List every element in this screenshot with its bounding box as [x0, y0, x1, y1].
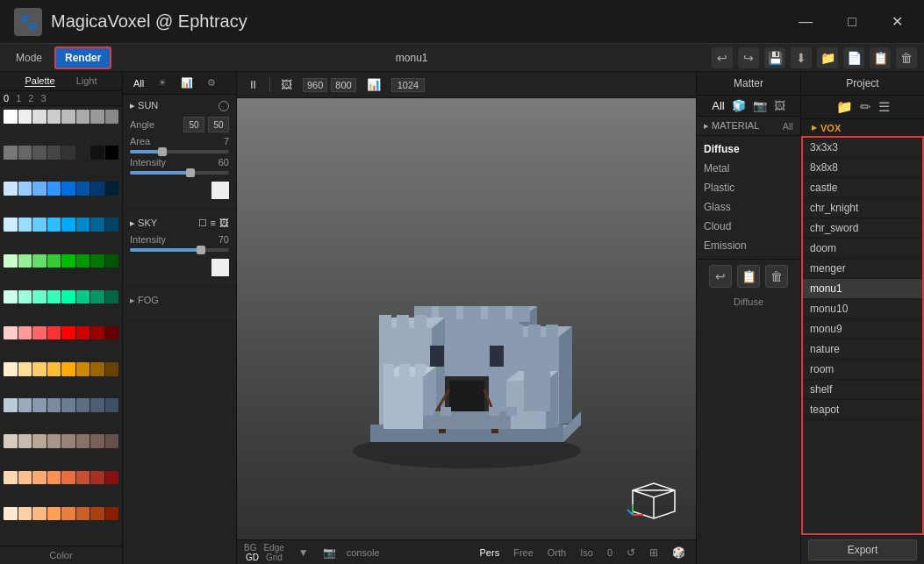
color-cell[interactable]	[18, 218, 32, 232]
color-cell[interactable]	[76, 254, 90, 268]
sky-icon-3[interactable]: 🖼	[219, 218, 229, 229]
color-cell[interactable]	[4, 254, 18, 268]
arrow-down-button[interactable]: ▼	[295, 546, 312, 560]
color-cell[interactable]	[18, 326, 32, 340]
sky-intensity-thumb[interactable]	[197, 246, 205, 254]
matter-delete-button[interactable]: 🗑	[765, 265, 788, 288]
export-toolbar-button[interactable]: ⬇	[791, 47, 812, 68]
color-cell[interactable]	[47, 507, 61, 521]
color-cell[interactable]	[105, 110, 119, 124]
sun-toggle-icon[interactable]	[218, 101, 229, 111]
color-cell[interactable]	[4, 471, 18, 485]
color-cell[interactable]	[76, 507, 90, 521]
gd-label[interactable]: GD	[246, 553, 259, 562]
color-cell[interactable]	[61, 218, 75, 232]
sky-intensity-slider[interactable]	[130, 248, 229, 252]
color-cell[interactable]	[61, 362, 75, 376]
view-free-button[interactable]: Free	[510, 546, 537, 559]
color-cell[interactable]	[4, 110, 18, 124]
matter-image-filter-icon[interactable]: 🖼	[774, 99, 785, 112]
delete-toolbar-button[interactable]: 🗑	[896, 47, 917, 68]
color-cell[interactable]	[18, 398, 32, 412]
color-cell[interactable]	[18, 254, 32, 268]
proj-edit-icon[interactable]: ✏	[860, 99, 871, 115]
color-cell[interactable]	[90, 290, 104, 304]
color-cell[interactable]	[105, 434, 119, 448]
view-orth-button[interactable]: Orth	[544, 546, 569, 559]
color-cell[interactable]	[105, 398, 119, 412]
color-cell[interactable]	[76, 434, 90, 448]
color-cell[interactable]	[76, 290, 90, 304]
sky-icon-2[interactable]: ≡	[211, 218, 216, 229]
close-button[interactable]: ✕	[885, 10, 910, 33]
matter-copy-button[interactable]: 📋	[737, 265, 760, 288]
proj-folder-icon[interactable]: 📁	[836, 99, 853, 115]
pal-num-2[interactable]: 2	[28, 93, 33, 104]
color-cell[interactable]	[18, 110, 32, 124]
color-cell[interactable]	[32, 218, 47, 232]
color-cell[interactable]	[105, 326, 119, 340]
color-cell[interactable]	[4, 146, 18, 160]
color-cell[interactable]	[61, 326, 75, 340]
sun-angle-y[interactable]: 50	[208, 117, 229, 132]
copy-button[interactable]: 📋	[870, 47, 891, 68]
open-button[interactable]: 📁	[817, 47, 838, 68]
color-cell[interactable]	[18, 471, 32, 485]
color-cell[interactable]	[61, 182, 75, 196]
minimize-button[interactable]: —	[791, 11, 820, 33]
undo-button[interactable]: ↩	[712, 47, 733, 68]
color-cell[interactable]	[105, 254, 119, 268]
color-cell[interactable]	[47, 254, 61, 268]
color-cell[interactable]	[32, 398, 47, 412]
tab-light-palette[interactable]: Light	[76, 75, 97, 87]
color-cell[interactable]	[4, 326, 18, 340]
matter-reset-button[interactable]: ↩	[709, 265, 732, 288]
material-diffuse[interactable]: Diffuse	[697, 139, 800, 159]
color-cell[interactable]	[61, 290, 75, 304]
nav-cube[interactable]	[626, 469, 682, 525]
project-item-shelf[interactable]: shelf	[803, 380, 922, 400]
grid-label[interactable]: Grid	[266, 553, 283, 562]
project-item-8x8x8[interactable]: 8x8x8	[803, 158, 922, 178]
color-cell[interactable]	[32, 254, 47, 268]
render-quality[interactable]: 1024	[391, 78, 425, 92]
color-cell[interactable]	[4, 218, 18, 232]
color-cell[interactable]	[61, 146, 75, 160]
res-width[interactable]: 960	[303, 78, 327, 92]
color-cell[interactable]	[4, 507, 18, 521]
material-metal[interactable]: Metal	[697, 159, 800, 178]
maximize-button[interactable]: □	[841, 11, 863, 33]
color-cell[interactable]	[90, 254, 104, 268]
color-cell[interactable]	[18, 146, 32, 160]
light-tab-chart-icon[interactable]: 📊	[177, 75, 197, 90]
color-cell[interactable]	[18, 434, 32, 448]
color-cell[interactable]	[61, 110, 75, 124]
color-cell[interactable]	[47, 110, 61, 124]
project-item-menger[interactable]: menger	[803, 259, 922, 279]
color-cell[interactable]	[32, 362, 47, 376]
color-cell[interactable]	[76, 110, 90, 124]
color-cell[interactable]	[4, 398, 18, 412]
project-item-monu9[interactable]: monu9	[803, 319, 922, 339]
color-cell[interactable]	[90, 507, 104, 521]
sun-area-thumb[interactable]	[158, 147, 167, 156]
color-cell[interactable]	[18, 290, 32, 304]
pal-num-1[interactable]: 1	[16, 93, 21, 104]
color-cell[interactable]	[105, 507, 119, 521]
color-cell[interactable]	[18, 507, 32, 521]
color-cell[interactable]	[47, 471, 61, 485]
color-cell[interactable]	[76, 398, 90, 412]
res-height[interactable]: 800	[331, 78, 355, 92]
color-cell[interactable]	[4, 434, 18, 448]
color-cell[interactable]	[61, 254, 75, 268]
color-cell[interactable]	[105, 218, 119, 232]
color-cell[interactable]	[105, 182, 119, 196]
light-tab-sun-icon[interactable]: ☀	[154, 75, 170, 90]
color-cell[interactable]	[18, 362, 32, 376]
material-emission[interactable]: Emission	[697, 236, 800, 255]
sun-angle-x[interactable]: 50	[183, 117, 204, 132]
color-cell[interactable]	[32, 434, 47, 448]
cube-button[interactable]: 🎲	[669, 546, 689, 560]
sky-color-box[interactable]	[211, 259, 229, 276]
color-cell[interactable]	[47, 326, 61, 340]
